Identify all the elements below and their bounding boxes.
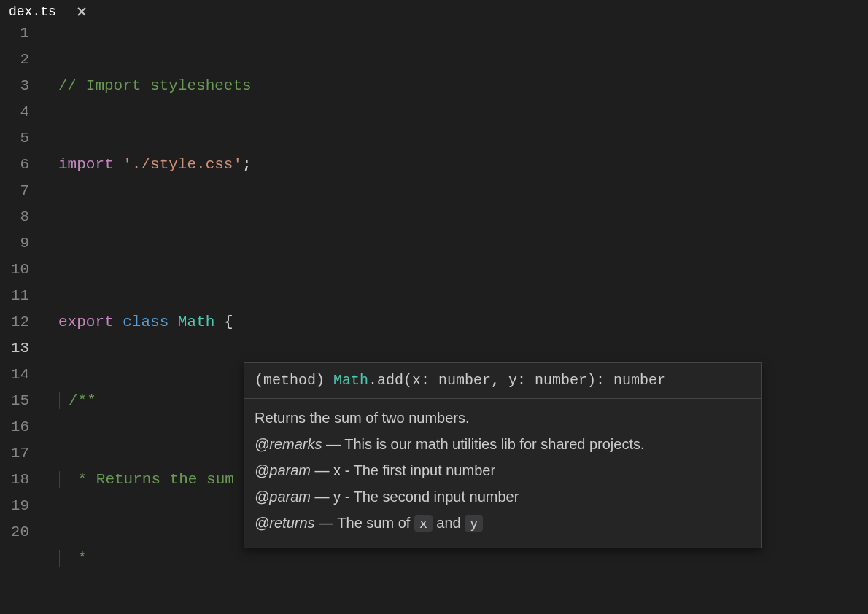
tag-param: @param (255, 462, 311, 478)
line-number: 6 (0, 152, 29, 178)
kw-class: class (123, 314, 168, 330)
tag-remarks: @remarks (255, 436, 322, 452)
line-number: 12 (0, 309, 29, 335)
doc-comment: /** (69, 392, 96, 409)
line-number: 15 (0, 388, 29, 414)
hover-tooltip[interactable]: (method) Math.add(x: number, y: number):… (244, 362, 762, 548)
line-number-gutter: 1234567891011121314151617181920 (0, 20, 42, 614)
hover-body: Returns the sum of two numbers. @remarks… (244, 399, 761, 548)
line-number: 19 (0, 493, 29, 519)
kw-export: export (58, 314, 114, 330)
file-tab[interactable]: dex.ts (0, 4, 96, 20)
line-number: 9 (0, 230, 29, 257)
tag-returns: @returns (255, 515, 315, 531)
close-icon[interactable] (77, 7, 87, 17)
code-punct: { (214, 314, 233, 330)
hover-summary: Returns the sum of two numbers. (255, 406, 751, 430)
line-number: 3 (0, 73, 29, 99)
line-number: 7 (0, 178, 29, 204)
line-number: 14 (0, 362, 29, 388)
tab-bar: dex.ts (0, 0, 868, 20)
hover-signature: (method) Math.add(x: number, y: number):… (244, 363, 761, 399)
editor: 1234567891011121314151617181920 // Impor… (0, 20, 868, 614)
line-number: 18 (0, 467, 29, 493)
tab-filename: dex.ts (9, 4, 56, 19)
line-number: 11 (0, 283, 29, 309)
line-number: 2 (0, 47, 29, 73)
code-comment: // Import stylesheets (58, 77, 252, 94)
line-number: 10 (0, 257, 29, 283)
line-number: 8 (0, 204, 29, 230)
line-number: 20 (0, 519, 29, 545)
kw-import: import (58, 156, 114, 173)
code-punct: ; (242, 156, 252, 173)
class-name: Math (178, 314, 214, 330)
line-number: 1 (0, 20, 29, 47)
line-number: 4 (0, 99, 29, 125)
code-pill: x (414, 515, 433, 532)
line-number: 13 (0, 335, 29, 362)
tag-param: @param (255, 489, 311, 505)
code-pill: y (465, 515, 483, 532)
line-number: 16 (0, 414, 29, 440)
doc-comment: * (69, 550, 87, 567)
line-number: 17 (0, 440, 29, 467)
code-string: './style.css' (123, 156, 242, 173)
line-number: 5 (0, 125, 29, 152)
